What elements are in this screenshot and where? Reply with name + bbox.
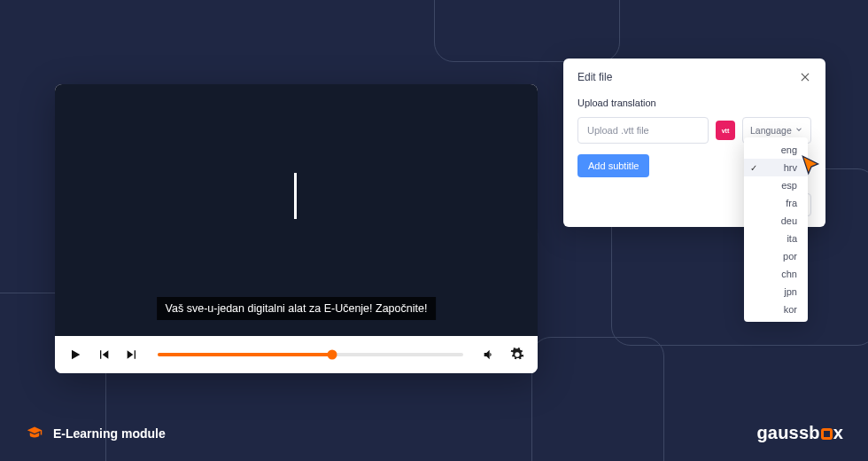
dialog-title: Edit file xyxy=(577,71,612,83)
language-option[interactable]: jpn xyxy=(744,283,808,301)
text-caret-icon xyxy=(294,173,297,219)
vtt-badge-icon: vtt xyxy=(716,121,735,140)
subtitle-overlay: Vaš sve-u-jedan digitalni alat za E-Učen… xyxy=(157,297,437,320)
volume-icon[interactable] xyxy=(481,347,497,363)
file-input[interactable]: Upload .vtt file xyxy=(577,117,709,144)
module-label: E-Learning module xyxy=(53,426,166,441)
add-subtitle-button[interactable]: Add subtitle xyxy=(577,154,649,177)
language-option[interactable]: chn xyxy=(744,265,808,283)
decorative-panel xyxy=(434,0,620,62)
language-option[interactable]: hrv xyxy=(744,159,808,176)
play-icon[interactable] xyxy=(67,347,83,363)
language-select-label: Language xyxy=(750,125,792,136)
video-player: Vaš sve-u-jedan digitalni alat za E-Učen… xyxy=(55,84,538,373)
progress-fill xyxy=(158,353,332,356)
brand-text-left: gaussb xyxy=(756,423,819,443)
graduation-cap-icon xyxy=(25,426,44,441)
video-viewport[interactable]: Vaš sve-u-jedan digitalni alat za E-Učen… xyxy=(55,84,538,336)
language-dropdown: eng hrv esp fra deu ita por chn jpn kor xyxy=(744,137,808,322)
brand-text-right: x xyxy=(833,423,843,443)
chevron-down-icon xyxy=(794,125,803,136)
close-icon[interactable] xyxy=(799,71,811,83)
settings-gear-icon[interactable] xyxy=(509,347,525,363)
progress-thumb[interactable] xyxy=(327,350,337,360)
progress-track[interactable] xyxy=(158,353,463,356)
module-tag: E-Learning module xyxy=(25,426,166,441)
dialog-header: Edit file xyxy=(577,71,811,83)
next-icon[interactable] xyxy=(124,347,140,363)
upload-translation-label: Upload translation xyxy=(577,98,811,108)
language-option[interactable]: fra xyxy=(744,194,808,212)
language-option[interactable]: deu xyxy=(744,212,808,230)
brand-logo: gaussb x xyxy=(756,423,843,443)
previous-icon[interactable] xyxy=(96,347,112,363)
language-option[interactable]: eng xyxy=(744,141,808,159)
language-option[interactable]: ita xyxy=(744,230,808,247)
brand-o-icon xyxy=(821,428,833,440)
language-option[interactable]: por xyxy=(744,247,808,265)
language-option[interactable]: esp xyxy=(744,176,808,194)
footer: E-Learning module gaussb x xyxy=(0,423,868,461)
cursor-icon xyxy=(800,154,821,176)
player-controls xyxy=(55,336,538,373)
language-option[interactable]: kor xyxy=(744,301,808,318)
